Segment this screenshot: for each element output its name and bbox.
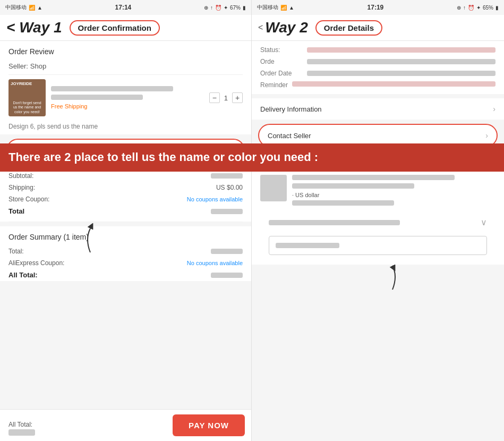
- us-dollar-text: · US dollar: [292, 192, 496, 198]
- order-review-card: Order Review Seller: Shop JOYREIDE Don't…: [0, 41, 251, 134]
- order-summary-title: Order Summary (1 item): [8, 233, 243, 241]
- mini-product-row: · US dollar: [260, 175, 496, 209]
- all-total-bottom-label: All Total:: [8, 421, 35, 428]
- store-coupon-row: Store Coupon: No coupons available: [8, 193, 243, 205]
- order-details-card: Status: Orde Order Date Reminder: [252, 41, 504, 94]
- phones-container: 中国移动 📶 ▲ 17:14 ⊕ ↑ ⏰ ✦ 67% ▮ < Way 1 Ord…: [0, 0, 504, 441]
- aliexpress-coupon-value: No coupons available: [187, 260, 243, 266]
- order-date-blur: [307, 71, 496, 76]
- brand-text: JOYREIDE: [11, 81, 32, 86]
- phone-right: 中国移动 📶 ▲ 17:19 ⊕ ↑ ⏰ ✦ 65% ▮ < Way 2 Ord…: [252, 0, 504, 441]
- delivery-label: Delivery Information: [260, 105, 322, 113]
- dropdown-row[interactable]: ∨: [260, 213, 496, 232]
- arrow-icon: ↑: [210, 5, 213, 11]
- reminder-label: Reminder: [260, 81, 288, 89]
- nav-bar-left: < Way 1 Order Confirmation: [0, 15, 251, 41]
- design-note: Design 6, pls send us the name: [0, 121, 251, 134]
- pay-now-bar: All Total: PAY NOW: [0, 409, 251, 441]
- carrier-left: 中国移动: [5, 4, 27, 11]
- aliexpress-coupon-row: AliExpress Coupon: No coupons available: [8, 257, 243, 269]
- status-bar-left: 中国移动 📶 ▲ 17:14 ⊕ ↑ ⏰ ✦ 67% ▮: [0, 0, 251, 15]
- signal-icon: 📶: [29, 5, 35, 11]
- reminder-blur: [292, 81, 496, 87]
- decrease-qty-btn[interactable]: −: [209, 92, 220, 103]
- page-title-left: Order Confirmation: [70, 20, 160, 36]
- phone-left: 中国移动 📶 ▲ 17:14 ⊕ ↑ ⏰ ✦ 67% ▮ < Way 1 Ord…: [0, 0, 252, 441]
- costs-section: Subtotal: Shipping: US $0.00 Store Coupo…: [0, 166, 251, 222]
- arrow-icon-right: ↑: [463, 5, 466, 11]
- pay-total-left: All Total:: [8, 421, 35, 436]
- status-left-right: 中国移动 📶 ▲: [257, 4, 294, 11]
- product-name-blur-2: [51, 95, 143, 100]
- nav-bar-right: < Way 2 Order Details: [252, 15, 504, 41]
- status-blur: [307, 47, 496, 53]
- subtotal-row: Subtotal:: [8, 170, 243, 182]
- dropdown-chevron-icon: ∨: [481, 217, 487, 227]
- order-blur: [307, 59, 496, 64]
- page-title-right: Order Details: [315, 20, 382, 36]
- input-blur: [276, 243, 339, 248]
- reminder-row: Reminder: [260, 81, 496, 89]
- order-date-row: Order Date: [260, 70, 496, 77]
- mini-product-details: · US dollar: [292, 175, 496, 209]
- product-note-text: Don't forget send us the name and color …: [10, 100, 45, 115]
- bluetooth-icon-right: ✦: [476, 5, 481, 11]
- order-field-row: Orde: [260, 58, 496, 65]
- shipping-row: Shipping: US $0.00: [8, 182, 243, 193]
- right-content: Status: Orde Order Date Reminder: [252, 41, 504, 441]
- status-right-right: ⊕ ↑ ⏰ ✦ 65% ▮: [457, 5, 499, 11]
- seller-row: Seller: Shop: [0, 60, 251, 74]
- order-summary-section: Order Summary (1 item) Total: AliExpress…: [0, 226, 251, 281]
- increase-qty-btn[interactable]: +: [232, 92, 243, 103]
- battery-icon-left: ▮: [243, 5, 246, 11]
- summary-total-label: Total:: [8, 248, 24, 255]
- dropdown-blur: [269, 220, 400, 225]
- mini-blur-3: [292, 200, 394, 206]
- battery-right: 65%: [483, 5, 493, 11]
- store-coupon-label: Store Coupon:: [8, 196, 49, 203]
- shipping-value: US $0.00: [216, 184, 243, 191]
- order-review-header: Order Review: [0, 41, 251, 60]
- quantity-control[interactable]: − 1 +: [209, 92, 243, 103]
- total-row: Total: [8, 205, 243, 217]
- status-field-label: Status:: [260, 46, 303, 54]
- wifi-icon: ▲: [37, 5, 42, 11]
- mini-blur-1: [292, 175, 455, 180]
- all-total-bottom-blur: [8, 429, 35, 436]
- location-icon: ⊕: [204, 5, 208, 11]
- input-box[interactable]: [269, 236, 487, 255]
- pay-now-button[interactable]: PAY NOW: [173, 414, 245, 436]
- carrier-right: 中国移动: [257, 4, 278, 11]
- battery-icon-right: ▮: [496, 5, 499, 11]
- total-blur: [211, 209, 243, 214]
- quantity-value: 1: [224, 94, 228, 102]
- way-label-left: < Way 1: [6, 19, 62, 36]
- way-label-right: Way 2: [265, 19, 307, 36]
- location-icon-right: ⊕: [457, 5, 461, 11]
- time-right: 17:19: [368, 4, 384, 11]
- order-date-label: Order Date: [260, 70, 303, 77]
- status-bar-right: 中国移动 📶 ▲ 17:19 ⊕ ↑ ⏰ ✦ 65% ▮: [252, 0, 504, 15]
- status-left: 中国移动 📶 ▲: [5, 4, 42, 11]
- subtotal-label: Subtotal:: [8, 172, 33, 180]
- mini-product-thumb: [260, 175, 287, 201]
- arrow-annotation-right: [382, 260, 403, 294]
- summary-total-blur: [211, 249, 243, 254]
- aliexpress-coupon-label: AliExpress Coupon:: [8, 259, 64, 267]
- time-left: 17:14: [115, 4, 132, 11]
- seller-name: Shop: [30, 62, 46, 70]
- store-coupon-value: No coupons available: [187, 196, 243, 202]
- shipping-label: Shipping:: [8, 184, 35, 191]
- free-shipping-tag: Free Shipping: [51, 103, 204, 109]
- all-total-label: All Total:: [8, 271, 38, 279]
- product-row: JOYREIDE Don't forget send us the name a…: [0, 75, 251, 121]
- all-total-row: All Total:: [8, 269, 243, 281]
- delivery-row[interactable]: Delivery Information ›: [252, 98, 504, 120]
- total-label: Total: [8, 207, 24, 215]
- alarm-icon-right: ⏰: [468, 5, 474, 11]
- battery-left: 67%: [230, 5, 241, 11]
- all-total-blur: [211, 273, 243, 278]
- product-image: JOYREIDE Don't forget send us the name a…: [8, 79, 46, 116]
- seller-label: Seller:: [8, 62, 28, 70]
- back-chevron-right[interactable]: <: [258, 23, 263, 32]
